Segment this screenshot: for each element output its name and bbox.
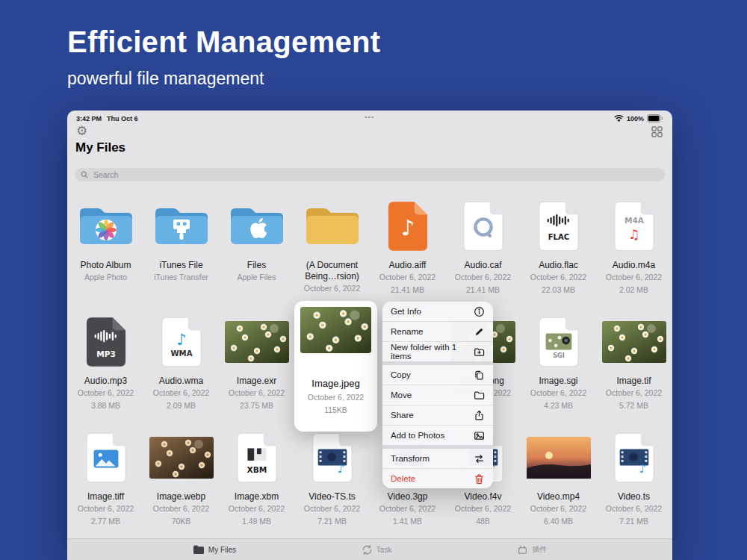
- menu-item-delete[interactable]: Delete: [382, 468, 493, 488]
- folder-photos-icon: [68, 194, 143, 258]
- selected-file-name: Image.jpeg: [294, 378, 377, 389]
- file-meta: October 6, 2022: [445, 271, 521, 284]
- menu-item-move[interactable]: Move: [382, 385, 493, 405]
- menu-item-label: Get Info: [391, 307, 421, 316]
- settings-gear-icon[interactable]: ⚙: [76, 125, 87, 137]
- doc-video-icon: ♪: [596, 426, 672, 490]
- file-item[interactable]: SGIImage.sgiOctober 6, 20224.23 MB: [521, 310, 596, 426]
- menu-item-share[interactable]: Share: [382, 405, 493, 425]
- file-item[interactable]: ♪WMAAudio.wmaOctober 6, 20222.09 MB: [143, 310, 219, 426]
- menu-item-label: Transform: [391, 454, 430, 463]
- battery-percent: 100%: [627, 115, 644, 122]
- svg-text:♪: ♪: [639, 462, 646, 476]
- app-window: 3:42 PMThu Oct 6 ••• 100% ⚙ My Files: [67, 111, 672, 560]
- page: Efficient Management powerful file manag…: [0, 0, 747, 560]
- file-item[interactable]: iTunes FileiTunes Transfer: [143, 194, 219, 310]
- page-title: My Files: [75, 140, 125, 155]
- tab-my-files[interactable]: My Files: [193, 544, 236, 555]
- svg-text:MP3: MP3: [96, 349, 116, 358]
- search-icon: [81, 171, 88, 178]
- file-size: 2.77 MB: [68, 515, 143, 528]
- file-meta: October 6, 2022: [521, 271, 596, 284]
- file-meta: October 6, 2022: [521, 387, 596, 399]
- hero-subtitle: powerful file management: [67, 69, 380, 89]
- trash-icon: [474, 473, 485, 485]
- battery-icon: [647, 114, 663, 122]
- file-item[interactable]: Photo AlbumApple Photo: [68, 194, 143, 310]
- menu-item-copy[interactable]: Copy: [382, 365, 493, 385]
- file-name: Audio.wma: [143, 376, 219, 387]
- file-name: Video-TS.ts: [294, 491, 370, 503]
- file-item[interactable]: Image.tiffOctober 6, 20222.77 MB: [68, 426, 143, 541]
- file-size: 23.75 MB: [219, 399, 294, 412]
- doc-flac-icon: FLAC: [521, 194, 596, 258]
- file-name: (A Document Being…rsion): [294, 260, 370, 282]
- copy-icon: [474, 370, 485, 381]
- file-meta: October 6, 2022: [521, 503, 596, 515]
- file-meta: October 6, 2022: [294, 503, 370, 515]
- file-item[interactable]: ♪Audio.aiffOctober 6, 202221.41 MB: [370, 194, 445, 310]
- wifi-icon: [614, 115, 624, 122]
- tab-task[interactable]: Task: [362, 544, 392, 556]
- file-item[interactable]: FilesApple Files: [219, 194, 294, 310]
- file-item[interactable]: XBMImage.xbmOctober 6, 20221.49 MB: [219, 426, 294, 541]
- menu-item-add-to-photos[interactable]: Add to Photos: [382, 425, 493, 445]
- menu-item-get-info[interactable]: Get Info: [382, 302, 493, 321]
- file-name: Audio.aiff: [370, 260, 445, 271]
- layout-grid-icon[interactable]: [651, 126, 663, 137]
- svg-text:♫: ♫: [628, 227, 640, 242]
- selected-file-thumbnail: [300, 307, 371, 353]
- file-item[interactable]: FLACAudio.flacOctober 6, 202222.03 MB: [521, 194, 596, 310]
- file-size: 1.49 MB: [219, 515, 294, 528]
- doc-mp3-icon: MP3: [68, 310, 143, 374]
- doc-sgi-icon: SGI: [521, 310, 596, 374]
- status-left: 3:42 PMThu Oct 6: [76, 115, 143, 122]
- file-size: 6.40 MB: [521, 515, 596, 528]
- file-meta: October 6, 2022: [596, 503, 672, 515]
- share-icon: [474, 410, 485, 421]
- new-folder-icon: [474, 346, 485, 358]
- multitask-dots: •••: [365, 113, 375, 120]
- file-size: 4.23 MB: [521, 399, 596, 412]
- file-item[interactable]: Video.mp4October 6, 20226.40 MB: [521, 426, 596, 541]
- file-meta: October 6, 2022: [445, 503, 521, 515]
- svg-text:M4A: M4A: [624, 216, 644, 225]
- file-item[interactable]: Image.exrOctober 6, 202223.75 MB: [219, 310, 294, 426]
- file-meta: October 6, 2022: [294, 282, 370, 295]
- file-item[interactable]: ♪Video-TS.tsOctober 6, 20227.21 MB: [294, 426, 370, 541]
- search-bar[interactable]: [75, 168, 665, 181]
- file-item[interactable]: Image.webpOctober 6, 202270KB: [143, 426, 219, 541]
- menu-item-rename[interactable]: Rename: [382, 321, 493, 341]
- file-size: 48B: [445, 515, 521, 528]
- file-name: Video.f4v: [445, 491, 521, 503]
- menu-item-label: Rename: [391, 327, 423, 336]
- selected-file-card[interactable]: Image.jpeg October 6, 2022 115KB: [294, 301, 377, 432]
- file-item[interactable]: (A Document Being…rsion)October 6, 2022: [294, 194, 370, 310]
- file-item[interactable]: ♪Video.tsOctober 6, 20227.21 MB: [596, 426, 672, 541]
- file-item[interactable]: MP3Audio.mp3October 6, 20223.88 MB: [68, 310, 143, 426]
- status-bar: 3:42 PMThu Oct 6 ••• 100%: [67, 111, 672, 125]
- move-folder-icon: [474, 390, 485, 401]
- doc-tiff-icon: [68, 426, 143, 490]
- search-input[interactable]: [92, 169, 659, 180]
- file-name: Audio.mp3: [68, 376, 143, 387]
- file-item[interactable]: M4A♫Audio.m4aOctober 6, 20222.02 MB: [596, 194, 672, 310]
- file-meta: October 6, 2022: [370, 271, 445, 284]
- file-name: Image.webp: [143, 491, 219, 503]
- doc-wma-icon: ♪WMA: [143, 310, 219, 374]
- transform-icon: [474, 453, 485, 464]
- menu-item-new-folder-with-1-items[interactable]: New folder with 1 items: [382, 341, 493, 361]
- file-name: Image.tif: [596, 376, 672, 387]
- file-size: 21.41 MB: [370, 284, 445, 296]
- file-item[interactable]: Audio.cafOctober 6, 202221.41 MB: [445, 194, 521, 310]
- menu-item-transform[interactable]: Transform: [382, 449, 493, 468]
- tab-plugin[interactable]: 插件: [517, 544, 547, 556]
- file-meta: October 6, 2022: [370, 503, 445, 515]
- file-size: 7.21 MB: [596, 515, 672, 528]
- thumb-daisy-icon: [596, 310, 672, 374]
- file-name: Image.exr: [219, 376, 294, 387]
- file-item[interactable]: Image.tifOctober 6, 20225.72 MB: [596, 310, 672, 426]
- menu-item-label: Move: [391, 391, 412, 399]
- file-name: Video.ts: [596, 491, 672, 503]
- file-size: 70KB: [143, 515, 219, 528]
